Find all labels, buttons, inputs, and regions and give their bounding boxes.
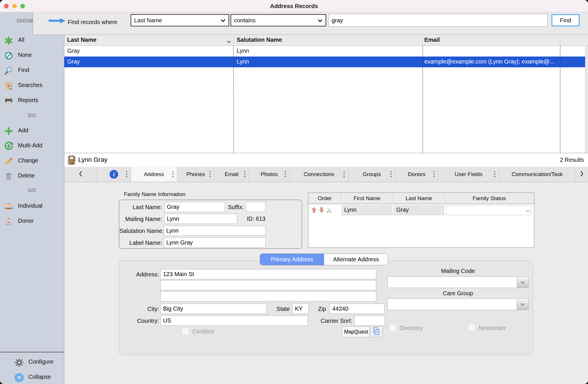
find-button[interactable]: Find	[552, 14, 580, 26]
directory-checkbox[interactable]	[389, 324, 397, 332]
record-id: ID: 613	[247, 215, 265, 222]
tab-info[interactable]: i	[97, 167, 131, 182]
state-field[interactable]	[292, 304, 309, 314]
table-row[interactable]	[64, 99, 585, 110]
table-row[interactable]	[64, 89, 585, 99]
field-select[interactable]: Last Name	[131, 14, 229, 26]
tab-options-dots-icon[interactable]	[344, 174, 345, 175]
tab-communication-task[interactable]: Communication/Task	[499, 167, 576, 182]
table-row[interactable]	[64, 132, 585, 142]
address-line3-field[interactable]	[160, 291, 376, 301]
sidebar-item-find[interactable]: Find	[0, 65, 64, 77]
titlebar: Address Records	[0, 0, 588, 12]
column-header-last-name[interactable]: Last Name	[67, 37, 96, 43]
move-down-icon[interactable]	[318, 207, 325, 215]
tab-label: Phones	[186, 171, 205, 177]
carrier-sort-field[interactable]	[354, 316, 385, 326]
column-header-email[interactable]: Email	[424, 37, 440, 43]
newsletter-label: Newsletter	[479, 325, 506, 332]
tab-donors[interactable]: Donors	[395, 167, 438, 182]
tab-options-dots-icon[interactable]	[172, 174, 174, 175]
tab-label: User Fields	[454, 171, 482, 177]
sidebar-item-configure[interactable]: Configure	[0, 357, 64, 368]
table-row[interactable]	[64, 78, 585, 89]
tab-phones[interactable]: Phones	[177, 167, 214, 182]
sidebar-item-searches[interactable]: Searches	[0, 80, 64, 92]
family-status-select[interactable]	[446, 205, 532, 215]
sidebar-item-individual[interactable]: Individual	[0, 201, 64, 212]
label-name-field[interactable]	[164, 238, 266, 248]
mailing-name-field[interactable]	[164, 214, 237, 224]
tabs-scroll-left-button[interactable]	[64, 167, 97, 182]
copy-address-button[interactable]	[370, 326, 383, 337]
sidebar-item-label: Change	[18, 157, 38, 164]
address-line1-field[interactable]	[160, 269, 376, 279]
tab-label: Address	[144, 171, 164, 177]
mapquest-button[interactable]: MapQuest	[342, 326, 370, 337]
table-row[interactable]	[64, 67, 585, 78]
results-table-body: Gray Lynn Gray Lynn example@example.com …	[64, 46, 588, 153]
sidebar-item-none[interactable]: None	[0, 50, 64, 61]
tab-alternate-address[interactable]: Alternate Address	[324, 254, 388, 265]
sidebar-item-label: None	[18, 52, 32, 58]
search-query-input[interactable]	[328, 14, 548, 27]
address-line2-field[interactable]	[160, 280, 376, 290]
member-first-name[interactable]: Lynn	[342, 205, 392, 215]
scissors-icon[interactable]	[326, 207, 332, 214]
sidebar-item-add[interactable]: Add	[0, 125, 64, 137]
tab-connections[interactable]: Connections	[290, 167, 348, 182]
sidebar-item-collapse[interactable]: « Collapse	[0, 372, 64, 383]
mailing-code-select[interactable]	[388, 276, 529, 288]
tab-photos[interactable]: Photos	[249, 167, 290, 182]
sidebar-header-show: SHOW	[17, 18, 33, 24]
tab-options-dots-icon[interactable]	[285, 174, 286, 175]
sidebar-item-label: Delete	[18, 172, 35, 179]
tab-email[interactable]: Email	[214, 167, 249, 182]
tabs-scroll-right-button[interactable]	[576, 167, 588, 182]
city-field[interactable]	[160, 304, 267, 314]
column-divider	[422, 36, 423, 44]
table-row[interactable]	[64, 142, 585, 153]
table-row-selected[interactable]: Gray Lynn example@example.com (Lynn Gray…	[64, 57, 585, 67]
care-group-select[interactable]	[388, 298, 529, 310]
sidebar-item-change[interactable]: Change	[0, 155, 64, 167]
suffix-field[interactable]	[246, 202, 266, 212]
sidebar-item-label: Donor	[18, 218, 34, 224]
move-up-icon[interactable]	[311, 207, 317, 215]
country-field[interactable]	[160, 316, 308, 326]
chevron-down-icon	[220, 17, 226, 24]
cell-last-name: Gray	[67, 48, 80, 54]
table-row[interactable]	[64, 110, 585, 121]
tab-groups[interactable]: Groups	[348, 167, 395, 182]
tab-options-dots-icon[interactable]	[390, 174, 392, 175]
sidebar-item-multi-add[interactable]: Multi-Add	[0, 140, 64, 152]
certified-checkbox[interactable]	[182, 327, 189, 335]
chevron-down-icon	[517, 277, 528, 288]
sort-chevron-icon	[227, 39, 231, 44]
newsletter-checkbox[interactable]	[468, 324, 476, 332]
zip-field[interactable]	[330, 304, 385, 314]
column-header-salutation-name[interactable]: Salutation Name	[237, 37, 282, 43]
pointer-arrow-icon	[48, 17, 66, 25]
tab-address[interactable]: Address	[131, 167, 177, 182]
tab-primary-address[interactable]: Primary Address	[260, 254, 324, 265]
sidebar-item-label: Searches	[18, 82, 43, 88]
tab-options-dots-icon[interactable]	[494, 174, 495, 175]
sidebar-item-label: Configure	[28, 358, 54, 365]
tab-options-dots-icon[interactable]	[244, 174, 245, 175]
sidebar-item-reports[interactable]: Reports	[0, 95, 64, 107]
salutation-name-field[interactable]	[164, 226, 266, 236]
table-row[interactable]	[64, 121, 585, 132]
table-row[interactable]: Gray Lynn	[64, 46, 585, 57]
sidebar-item-delete[interactable]: Delete	[0, 171, 64, 182]
tab-options-dots-icon[interactable]	[126, 174, 127, 175]
tab-options-dots-icon[interactable]	[209, 174, 211, 175]
tab-user-fields[interactable]: User Fields	[438, 167, 499, 182]
member-last-name[interactable]: Gray	[394, 205, 444, 215]
tab-options-dots-icon[interactable]	[433, 174, 434, 175]
scrollbar-track[interactable]	[585, 46, 588, 153]
sidebar-item-all[interactable]: All	[0, 35, 64, 46]
operator-select[interactable]: contains	[231, 14, 326, 26]
chevron-down-icon	[517, 299, 528, 310]
sidebar-item-donor[interactable]: Donor	[0, 216, 64, 227]
